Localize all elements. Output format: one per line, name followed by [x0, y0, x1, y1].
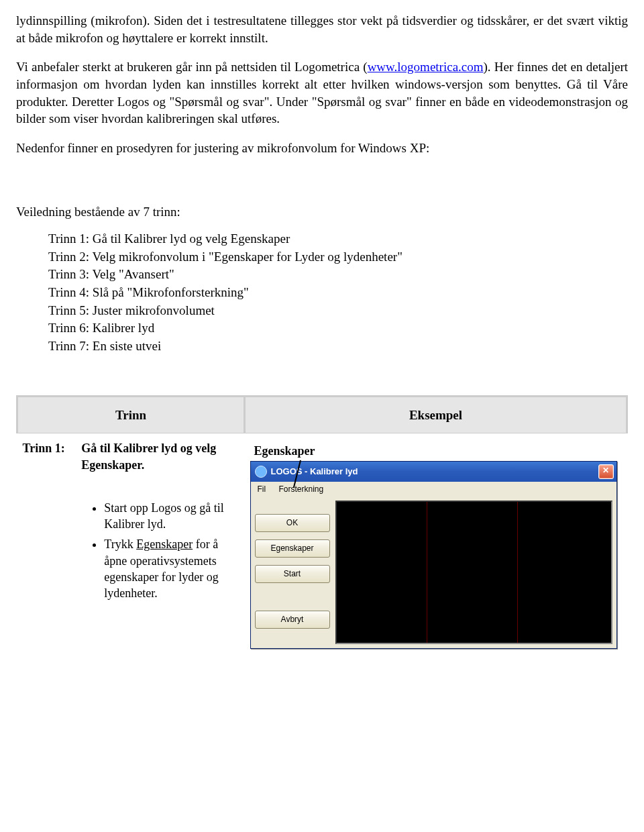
bullet-2-underlined: Egenskaper	[136, 537, 193, 551]
paragraph-intro-2: Vi anbefaler sterkt at brukeren går inn …	[16, 58, 628, 127]
avbryt-button[interactable]: Avbryt	[255, 611, 330, 629]
menubar: Fil Forsterkning	[251, 482, 616, 497]
step-bullets: Start opp Logos og gå til Kalibrer lyd. …	[89, 500, 239, 602]
logometrica-link[interactable]: www.logometrica.com	[368, 60, 484, 74]
step-item-5: Trinn 5: Juster mikrofonvolumet	[48, 302, 628, 319]
step-title: Gå til Kalibrer lyd og velg Egenskaper.	[81, 440, 239, 473]
titlebar: LOGOS - Kalibrer lyd ✕	[251, 462, 616, 482]
close-icon[interactable]: ✕	[598, 464, 614, 479]
bullet-2a: Trykk	[104, 537, 136, 551]
step-item-6: Trinn 6: Kalibrer lyd	[48, 319, 628, 337]
start-button[interactable]: Start	[255, 565, 330, 583]
guide-table: Trinn Eksempel Trinn 1: Gå til Kalibrer …	[16, 395, 628, 662]
menu-forsterkning[interactable]: Forsterkning	[279, 484, 335, 494]
bullet-2: Trykk Egenskaper for å åpne operativsyst…	[104, 536, 239, 601]
egenskaper-button[interactable]: Egenskaper	[255, 539, 330, 558]
bullet-1: Start opp Logos og gå til Kalibrer lyd.	[104, 500, 239, 533]
step-description-cell: Gå til Kalibrer lyd og velg Egenskaper. …	[76, 433, 244, 662]
window-title: LOGOS - Kalibrer lyd	[271, 466, 598, 478]
table-row: Trinn 1: Gå til Kalibrer lyd og velg Ege…	[17, 433, 627, 662]
step-item-4: Trinn 4: Slå på "Mikrofonforsterkning"	[48, 284, 628, 301]
window-body: OK Egenskaper Start Avbryt	[251, 497, 616, 648]
logos-window: LOGOS - Kalibrer lyd ✕ Fil Forsterkning …	[250, 461, 617, 649]
steps-heading: Veiledning bestående av 7 trinn:	[16, 203, 628, 221]
example-cell: Egenskaper LOGOS - Kalibrer lyd ✕ Fil Fo…	[245, 433, 627, 662]
paragraph-intro-1: lydinnspilling (mikrofon). Siden det i t…	[16, 12, 628, 46]
steps-list: Trinn 1: Gå til Kalibrer lyd og velg Ege…	[48, 230, 628, 354]
step-item-7: Trinn 7: En siste utvei	[48, 337, 628, 355]
step-number: Trinn 1:	[17, 433, 76, 662]
ok-button[interactable]: OK	[255, 514, 330, 532]
table-header-eksempel: Eksempel	[245, 396, 627, 433]
table-header-trinn: Trinn	[17, 396, 245, 433]
p2-part-a: Vi anbefaler sterkt at brukeren går inn …	[16, 60, 368, 74]
step-item-3: Trinn 3: Velg "Avansert"	[48, 266, 628, 283]
menu-fil[interactable]: Fil	[258, 484, 266, 494]
waveform-area	[335, 501, 612, 644]
pointer-label: Egenskaper	[254, 443, 626, 459]
screenshot-wrapper: Egenskaper LOGOS - Kalibrer lyd ✕ Fil Fo…	[250, 443, 626, 648]
step-item-1: Trinn 1: Gå til Kalibrer lyd og velg Ege…	[48, 230, 628, 248]
app-icon	[255, 466, 267, 478]
button-column: OK Egenskaper Start Avbryt	[255, 501, 330, 644]
step-item-2: Trinn 2: Velg mikrofonvolum i "Egenskape…	[48, 248, 628, 266]
paragraph-procedure: Nedenfor finner en prosedyren for juster…	[16, 140, 628, 157]
